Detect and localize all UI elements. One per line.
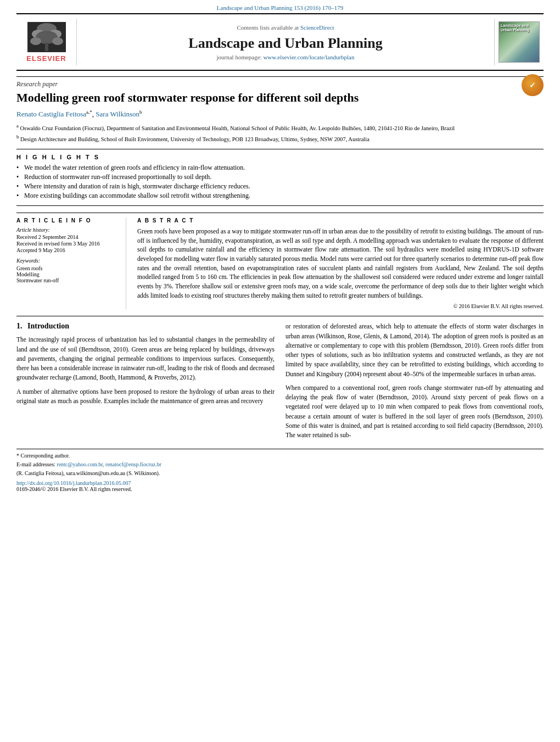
author-1-link[interactable]: Renato Castiglia Feitosa <box>16 110 86 119</box>
highlight-item-1: We model the water retention of green ro… <box>16 164 544 172</box>
highlight-item-4: More existing buildings can accommodate … <box>16 192 544 200</box>
authors-line: Renato Castiglia Feitosaa,*, Sara Wilkin… <box>16 109 544 119</box>
abstract-text: Green roofs have been proposed as a way … <box>137 227 544 300</box>
cover-text: Landscape and Urban Planning <box>501 24 537 33</box>
highlights-title: H I G H L I G H T S <box>16 154 544 160</box>
section-divider <box>16 316 544 316</box>
intro-para-1: The increasingly rapid process of urbani… <box>16 335 275 382</box>
crossmark-icon: ✓ <box>522 74 544 96</box>
journal-center-header: Contents lists available at ScienceDirec… <box>77 19 494 65</box>
journal-title: Landscape and Urban Planning <box>188 35 382 52</box>
intro-right-para-1: or restoration of deforested areas, whic… <box>285 322 544 379</box>
highlights-list: We model the water retention of green ro… <box>16 164 544 200</box>
introduction-section: 1. Introduction The increasingly rapid p… <box>16 322 544 444</box>
intro-para-2: A number of alternative options have bee… <box>16 387 275 406</box>
author-2-super: b <box>139 109 142 115</box>
elsevier-wordmark: ELSEVIER <box>26 54 66 63</box>
article-title: Modelling green roof stormwater response… <box>16 91 522 105</box>
keyword-1: Green roofs <box>16 265 117 271</box>
cover-image: Landscape and Urban Planning <box>499 21 540 63</box>
journal-issue-link[interactable]: Landscape and Urban Planning 153 (2016) … <box>217 4 343 11</box>
svg-point-7 <box>52 37 63 45</box>
journal-cover: Landscape and Urban Planning <box>494 19 544 65</box>
journal-homepage: journal homepage: www.elsevier.com/locat… <box>217 54 355 60</box>
affil-2-super: b <box>16 134 19 140</box>
article-info-abstract: A R T I C L E I N F O Article history: R… <box>16 213 544 309</box>
abstract-copyright: © 2016 Elsevier B.V. All rights reserved… <box>137 303 544 309</box>
email-label: E-mail addresses: <box>16 461 55 467</box>
elsevier-tree-icon <box>27 22 66 52</box>
email-names: (R. Castiglia Feitosa), sara.wilkinson@u… <box>16 470 544 477</box>
homepage-url[interactable]: www.elsevier.com/locate/landurbplan <box>263 54 354 60</box>
received-date: Received 2 September 2014 <box>16 234 117 240</box>
affil-1-super: a <box>16 123 19 129</box>
affiliation-1: a Oswaldo Cruz Foundation (Fiocruz), Dep… <box>16 122 544 132</box>
crossmark-badge: ✓ <box>522 74 544 96</box>
abstract-column: A B S T R A C T Green roofs have been pr… <box>137 217 544 309</box>
page: Landscape and Urban Planning 153 (2016) … <box>0 0 560 742</box>
affiliation-2: b Design Architecture and Building, Scho… <box>16 133 544 143</box>
journal-header: ELSEVIER Contents lists available at Sci… <box>16 13 544 71</box>
article-history: Article history: Received 2 September 20… <box>16 227 117 253</box>
intro-right-para-2: When compared to a conventional roof, gr… <box>285 383 544 440</box>
issn-copyright: 0169-2046/© 2016 Elsevier B.V. All right… <box>16 486 544 492</box>
article-content: Research paper Modelling green roof stor… <box>16 71 544 309</box>
highlight-item-2: Reduction of stormwater run-off increase… <box>16 173 544 181</box>
keywords-label: Keywords: <box>16 258 117 264</box>
intro-right-column: or restoration of deforested areas, whic… <box>285 322 544 444</box>
section-title: Introduction <box>27 322 69 330</box>
doi-url[interactable]: http://dx.doi.org/10.1016/j.landurbplan.… <box>16 480 131 486</box>
article-info-column: A R T I C L E I N F O Article history: R… <box>16 217 126 309</box>
top-journal-link: Landscape and Urban Planning 153 (2016) … <box>0 0 560 13</box>
author-1-super: a,* <box>86 109 92 115</box>
elsevier-logo: ELSEVIER <box>16 19 77 65</box>
article-type-label: Research paper <box>16 76 544 88</box>
author-2-link[interactable]: Sara Wilkinson <box>96 110 139 119</box>
intro-heading: 1. Introduction <box>16 322 275 331</box>
keywords-block: Keywords: Green roofs Modelling Stormwat… <box>16 258 117 283</box>
intro-left-column: 1. Introduction The increasingly rapid p… <box>16 322 275 444</box>
revised-date: Received in revised form 3 May 2016 <box>16 241 117 247</box>
sciencedirect-link[interactable]: ScienceDirect <box>300 24 334 31</box>
email-link-1[interactable]: rentc@yahoo.com.br, renatocf@ensp.fiocru… <box>57 461 161 467</box>
email-line: E-mail addresses: rentc@yahoo.com.br, re… <box>16 461 544 468</box>
svg-rect-5 <box>45 43 48 51</box>
svg-point-6 <box>30 37 41 45</box>
corresponding-author: * Corresponding author. <box>16 452 544 460</box>
accepted-date: Accepted 9 May 2016 <box>16 247 117 253</box>
highlights-section: H I G H L I G H T S We model the water r… <box>16 149 544 206</box>
affiliations: a Oswaldo Cruz Foundation (Fiocruz), Dep… <box>16 122 544 143</box>
article-info-title: A R T I C L E I N F O <box>16 217 117 224</box>
abstract-title: A B S T R A C T <box>137 217 544 224</box>
highlight-item-3: Where intensity and duration of rain is … <box>16 182 544 191</box>
doi-link: http://dx.doi.org/10.1016/j.landurbplan.… <box>16 480 544 486</box>
keyword-2: Modelling <box>16 271 117 277</box>
footnotes: * Corresponding author. E-mail addresses… <box>16 449 544 492</box>
sciencedirect-line: Contents lists available at ScienceDirec… <box>237 24 334 31</box>
history-label: Article history: <box>16 227 117 233</box>
section-number: 1. <box>16 322 23 330</box>
keyword-3: Stormwater run-off <box>16 277 117 283</box>
